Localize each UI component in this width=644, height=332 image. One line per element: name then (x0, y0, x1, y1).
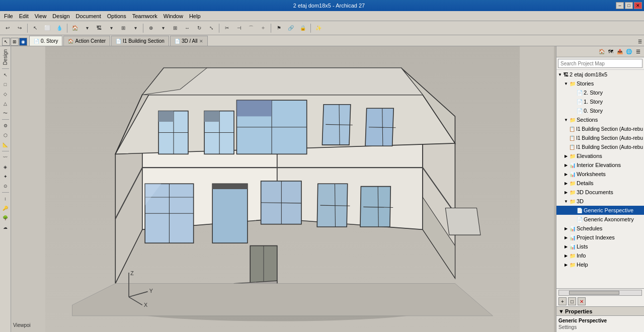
view-mode-split[interactable]: ⊞ (11, 38, 19, 46)
tab-story[interactable]: 📄 0. Story (29, 36, 62, 46)
menu-view[interactable]: View (32, 12, 50, 20)
tool-tree[interactable]: 🌳 (1, 213, 10, 222)
tab-action-center[interactable]: 🏠 Action Center (63, 36, 110, 46)
tree-section-2[interactable]: 📋 I1 Building Section (Auto-rebu (556, 133, 644, 142)
properties-header[interactable]: ▼ Properties (556, 307, 644, 316)
tree-worksheets-toggle[interactable]: ▶ (564, 172, 569, 177)
tree-schedules-toggle[interactable]: ▶ (564, 226, 569, 231)
flag-button[interactable]: ⚑ (273, 23, 284, 34)
tree-3ddocs[interactable]: ▶ 📁 3D Documents (556, 188, 644, 197)
minimize-button[interactable]: – (616, 2, 624, 9)
link-button[interactable]: 🔗 (285, 23, 296, 34)
tree-3ddocs-toggle[interactable]: ▶ (564, 190, 569, 195)
menu-help[interactable]: Help (186, 12, 204, 20)
tree-info[interactable]: ▶ 📁 Info (556, 251, 644, 260)
tree-pi-toggle[interactable]: ▶ (564, 235, 569, 240)
tree-stories[interactable]: ▼ 📁 Stories (556, 79, 644, 88)
tree-story-1[interactable]: 📄 1. Story (556, 97, 644, 106)
lock-button[interactable]: 🔒 (297, 23, 308, 34)
tree-sections-toggle[interactable]: ▼ (564, 117, 569, 122)
tree-schedules[interactable]: ▶ 📊 Schedules (556, 224, 644, 233)
tree-details-toggle[interactable]: ▶ (564, 181, 569, 186)
tree-story-0[interactable]: 📄 0. Story (556, 106, 644, 115)
tree-worksheets[interactable]: ▶ 📊 Worksheets (556, 170, 644, 179)
panel-layout-button[interactable]: □ (568, 297, 576, 305)
tool-rect[interactable]: □ (1, 80, 10, 89)
tool-settings[interactable]: ⚙ (1, 121, 10, 130)
canvas-area[interactable]: Z Y X Viewpoi (11, 46, 554, 332)
rotate-button[interactable]: ↻ (194, 23, 205, 34)
panel-icon-layout[interactable]: 🗺 (607, 48, 615, 56)
tool-select[interactable]: ↖ (1, 70, 10, 79)
panel-settings-icon[interactable]: ☰ (636, 38, 644, 46)
magic-button[interactable]: ✨ (313, 23, 324, 34)
mirror-button[interactable]: ↔ (182, 23, 193, 34)
tree-elevations-toggle[interactable]: ▶ (564, 153, 569, 158)
tool-key[interactable]: 🔑 (1, 204, 10, 213)
view-mode-active[interactable]: ◉ (19, 38, 27, 46)
eyedropper-tool[interactable]: 💧 (54, 23, 65, 34)
maximize-button[interactable]: □ (625, 2, 633, 9)
snap-button[interactable]: ⊕ (145, 23, 156, 34)
view-button-1[interactable]: 🏠 (69, 23, 80, 34)
tool-circle[interactable]: ⊙ (1, 182, 10, 191)
tool-wave[interactable]: 〰 (1, 153, 10, 162)
redo-button[interactable]: ↪ (14, 23, 25, 34)
trim-button[interactable]: ✂ (221, 23, 232, 34)
tool-polygon[interactable]: ◇ (1, 90, 10, 99)
tool-cloud[interactable]: ☁ (1, 223, 10, 232)
arrow-tool[interactable]: ↖ (30, 23, 41, 34)
tree-help[interactable]: ▶ 📁 Help (556, 260, 644, 269)
tree-section-3[interactable]: 📋 I1 Building Section (Auto-rebu (556, 142, 644, 151)
extend-button[interactable]: ⊣ (233, 23, 245, 34)
tree-interior-elevations[interactable]: ▶ 📊 Interior Elevations (556, 160, 644, 170)
menu-file[interactable]: File (1, 12, 16, 20)
tool-curve[interactable]: 〜 (1, 109, 10, 118)
align-button[interactable]: ⊞ (170, 23, 181, 34)
panel-icon-menu[interactable]: ☰ (634, 48, 642, 56)
tree-3d[interactable]: ▼ 📁 3D (556, 197, 644, 206)
panel-icon-browser[interactable]: 🌐 (625, 48, 633, 56)
tool-diamond[interactable]: ◈ (1, 162, 10, 172)
tree-root-toggle[interactable]: ▼ (557, 72, 562, 77)
tree-interior-toggle[interactable]: ▶ (564, 162, 569, 168)
window-controls[interactable]: – □ ✕ (616, 2, 642, 9)
menu-teamwork[interactable]: Teamwork (129, 12, 160, 20)
snap-dropdown[interactable]: ▾ (157, 23, 169, 34)
view-dropdown-2[interactable]: ▾ (106, 23, 117, 34)
panel-add-button[interactable]: + (558, 297, 567, 305)
tab-3d-close[interactable]: ✕ (199, 39, 203, 44)
tool-resize[interactable]: ↕ (1, 194, 10, 203)
tree-elevations[interactable]: ▶ 📁 Elevations (556, 151, 644, 160)
tool-triangle[interactable]: △ (1, 99, 10, 108)
tree-generic-perspective[interactable]: 📄 Generic Perspective (556, 206, 644, 215)
view-dropdown[interactable]: ▾ (82, 23, 93, 34)
tree-story-2[interactable]: 📄 2. Story (556, 88, 644, 97)
tree-sections[interactable]: ▼ 📁 Sections (556, 115, 644, 124)
tree-help-toggle[interactable]: ▶ (564, 262, 569, 267)
panel-scrollbar[interactable] (558, 290, 642, 296)
menu-window[interactable]: Window (160, 12, 186, 20)
tool-hex[interactable]: ⬡ (1, 131, 10, 140)
tool-measure[interactable]: 📐 (1, 140, 10, 149)
tree-section-1[interactable]: 📋 I1 Building Section (Auto-rebu (556, 124, 644, 133)
tree-lists[interactable]: ▶ 📊 Lists (556, 242, 644, 251)
view-mode-arrows[interactable]: ↖ (2, 38, 10, 46)
scale-button[interactable]: ⤡ (206, 23, 217, 34)
tree-lists-toggle[interactable]: ▶ (564, 244, 569, 249)
tree-details[interactable]: ▶ 📁 Details (556, 179, 644, 188)
menu-document[interactable]: Document (73, 12, 104, 20)
divide-button[interactable]: ÷ (258, 23, 269, 34)
tool-star[interactable]: ✦ (1, 172, 10, 181)
menu-design[interactable]: Design (49, 12, 72, 20)
menu-edit[interactable]: Edit (16, 12, 32, 20)
panel-icon-home[interactable]: 🏠 (598, 48, 606, 56)
tree-project-indexes[interactable]: ▶ 📊 Project Indexes (556, 233, 644, 242)
menu-options[interactable]: Options (104, 12, 129, 20)
view-dropdown-3[interactable]: ▾ (130, 23, 141, 34)
panel-delete-button[interactable]: ✕ (578, 297, 586, 305)
view-button-2[interactable]: 🏗 (94, 23, 105, 34)
undo-button[interactable]: ↩ (2, 23, 13, 34)
panel-icon-publisher[interactable]: 📤 (616, 48, 624, 56)
tree-info-toggle[interactable]: ▶ (564, 253, 569, 258)
